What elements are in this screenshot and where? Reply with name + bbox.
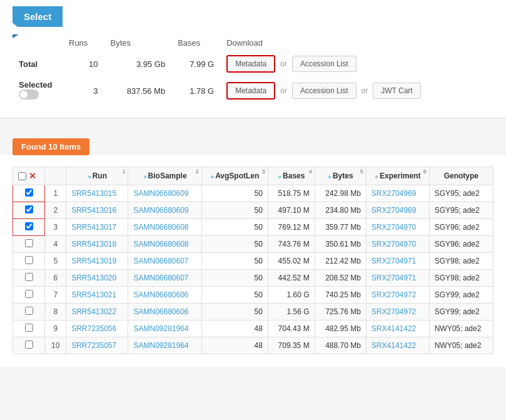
selected-bases: 1.78 G [171,76,220,105]
selected-jwt-cart-button[interactable]: JWT Cart [373,83,420,99]
row-experiment[interactable]: SRX2704971 [366,270,429,287]
row-checkbox-cell [13,337,45,354]
row-experiment[interactable]: SRX2704969 [366,202,429,219]
row-checkbox-cell [13,304,45,320]
row-biosample[interactable]: SAMN06680607 [128,253,201,270]
row-bases: 518.75 M [268,185,315,202]
total-accession-list-button[interactable]: Accession List [292,56,357,72]
row-run[interactable]: SRR5413020 [66,270,128,287]
row-biosample[interactable]: SAMN06680609 [128,185,201,202]
row-biosample[interactable]: SAMN06680606 [128,304,201,320]
row-checkbox-8[interactable] [25,307,33,315]
row-genotype: NWY05; ade2 [429,320,493,337]
row-bases: 442.52 M [268,270,315,287]
row-genotype: NWY05; ade2 [429,337,493,354]
row-checkbox-10[interactable] [25,341,33,349]
row-checkbox-6[interactable] [25,273,33,281]
row-bases: 1.60 G [268,287,315,304]
selected-accession-list-button[interactable]: Accession List [292,83,357,99]
row-run[interactable]: SRR5413017 [66,219,128,236]
row-run[interactable]: SRR5413015 [66,185,128,202]
row-run[interactable]: SRR5413019 [66,253,128,270]
row-avgspotlen: 50 [201,287,268,304]
row-number: 1 [45,185,66,202]
row-genotype: SGY98; ade2 [429,270,493,287]
total-or-1: or [280,59,287,68]
th-genotype: Genotype [429,167,493,185]
row-bytes: 740.25 Mb [315,287,366,304]
selected-toggle[interactable] [19,90,39,100]
row-number: 3 [45,219,66,236]
row-biosample[interactable]: SAMN09281964 [128,337,201,354]
th-avgspotlen: ⬦AvgSpotLen 3 [201,167,268,185]
selected-metadata-button[interactable]: Metadata [226,82,275,100]
data-table: ✕ ⬦Run 1 ⬦BioSample 2 ⬦AvgSpotLen 3 [13,166,493,354]
row-bytes: 725.76 Mb [315,304,366,320]
row-checkbox-cell [13,253,45,270]
row-biosample[interactable]: SAMN06680608 [128,219,201,236]
row-checkbox-cell [13,202,45,219]
clear-all-button[interactable]: ✕ [29,171,36,181]
row-biosample[interactable]: SAMN06680607 [128,270,201,287]
col-header-runs: Runs [63,34,104,51]
row-experiment[interactable]: SRX4141422 [366,320,429,337]
row-run[interactable]: SRR7235057 [66,337,128,354]
selected-or-1: or [280,86,287,95]
row-experiment[interactable]: SRX2704969 [366,185,429,202]
row-run[interactable]: SRR5413016 [66,202,128,219]
row-checkbox-cell [13,270,45,287]
selected-bytes: 837.56 Mb [104,76,172,105]
row-avgspotlen: 50 [201,253,268,270]
row-number: 9 [45,320,66,337]
row-experiment[interactable]: SRX4141422 [366,337,429,354]
col-header-bytes: Bytes [104,34,172,51]
row-bases: 709.35 M [268,337,315,354]
row-checkbox-1[interactable] [25,188,33,197]
row-checkbox-cell [13,185,45,202]
row-avgspotlen: 50 [201,219,268,236]
row-run[interactable]: SRR7235056 [66,320,128,337]
row-number: 2 [45,202,66,219]
total-metadata-button[interactable]: Metadata [226,55,275,73]
row-number: 6 [45,270,66,287]
th-biosample: ⬦BioSample 2 [128,167,201,185]
found-banner: Found 10 Items [13,138,89,155]
row-biosample[interactable]: SAMN06680606 [128,287,201,304]
selected-or-2: or [362,86,368,95]
row-avgspotlen: 50 [201,304,268,320]
row-run[interactable]: SRR5413021 [66,287,128,304]
row-experiment[interactable]: SRX2704970 [366,236,429,253]
row-checkbox-9[interactable] [25,324,33,332]
row-bytes: 350.61 Mb [315,236,366,253]
row-run[interactable]: SRR5413022 [66,304,128,320]
row-bytes: 242.98 Mb [315,185,366,202]
row-experiment[interactable]: SRX2704970 [366,219,429,236]
select-button[interactable]: Select [13,6,63,27]
row-bytes: 212.42 Mb [315,253,366,270]
row-checkbox-4[interactable] [25,239,33,247]
col-header-bases: Bases [171,34,220,51]
row-checkbox-cell [13,320,45,337]
row-checkbox-7[interactable] [25,290,33,298]
row-experiment[interactable]: SRX2704972 [366,287,429,304]
row-bases: 1.56 G [268,304,315,320]
row-checkbox-2[interactable] [25,205,33,213]
row-biosample[interactable]: SAMN06680609 [128,202,201,219]
row-biosample[interactable]: SAMN06680608 [128,236,201,253]
row-genotype: SGY95; ade2 [429,185,493,202]
total-runs: 10 [63,51,104,76]
row-biosample[interactable]: SAMN09281964 [128,320,201,337]
th-checkbox: ✕ [13,167,45,185]
row-bases: 743.76 M [268,236,315,253]
row-run[interactable]: SRR5413018 [66,236,128,253]
row-experiment[interactable]: SRX2704971 [366,253,429,270]
select-all-checkbox[interactable] [18,172,26,180]
row-checkbox-5[interactable] [25,256,33,264]
row-checkbox-3[interactable] [25,222,33,230]
row-experiment[interactable]: SRX2704972 [366,304,429,320]
th-run: ⬦Run 1 [66,167,128,185]
th-experiment: ⬦Experiment 6 [366,167,429,185]
row-avgspotlen: 50 [201,185,268,202]
selected-runs: 3 [63,76,104,105]
row-bytes: 482.95 Mb [315,320,366,337]
